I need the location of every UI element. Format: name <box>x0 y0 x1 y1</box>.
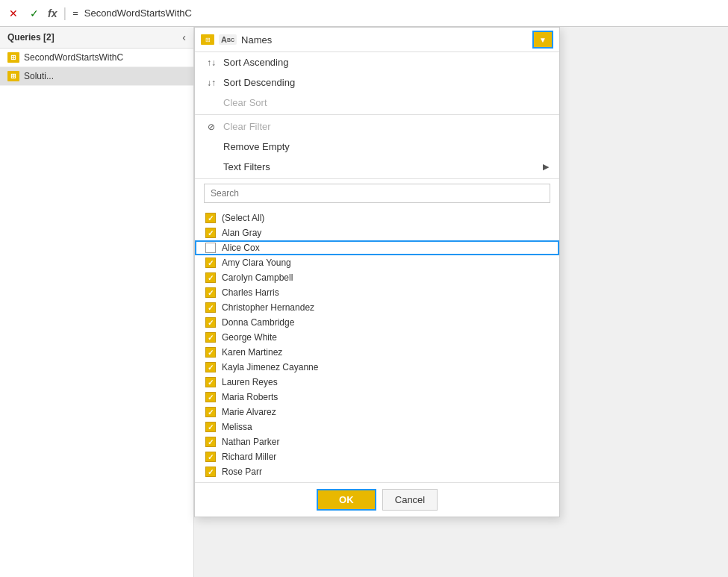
menu-sort-ascending[interactable]: ↑↓ Sort Ascending <box>195 52 559 72</box>
check-label-7: Donna Cambridge <box>222 317 294 328</box>
right-area: ⊞ ABC Names ▼ ↑↓ Sort Ascending ↓↑ Sort … <box>194 27 728 577</box>
column-header-name: Names <box>241 34 528 46</box>
check-item-4[interactable]: Carolyn Campbell <box>195 270 559 285</box>
checkbox-3[interactable] <box>205 258 216 268</box>
checkbox-4[interactable] <box>205 272 216 283</box>
check-item-9[interactable]: Karen Martinez <box>195 345 559 360</box>
menu-clear-sort: Clear Sort <box>195 93 559 113</box>
clear-filter-icon: ⊘ <box>205 122 217 132</box>
check-label-1: Alan Gray <box>222 228 261 238</box>
formula-equals: = <box>72 7 78 19</box>
check-item-16[interactable]: Richard Miller <box>195 449 559 464</box>
menu-remove-empty[interactable]: Remove Empty <box>195 137 559 157</box>
check-item-5[interactable]: Charles Harris <box>195 285 559 300</box>
check-item-15[interactable]: Nathan Parker <box>195 434 559 449</box>
query-item-1[interactable]: ⊞ SecondWordStartsWithC <box>0 49 193 67</box>
menu-divider-1 <box>195 114 559 115</box>
confirm-formula-icon[interactable]: ✓ <box>27 6 42 21</box>
text-filters-label: Text Filters <box>223 161 270 172</box>
checkbox-1[interactable] <box>205 228 216 238</box>
check-label-10: Kayla Jimenez Cayanne <box>222 362 318 372</box>
query-label-2: Soluti... <box>24 71 54 81</box>
query-label-1: SecondWordStartsWithC <box>24 52 123 63</box>
search-box[interactable] <box>204 184 550 203</box>
sort-descending-label: Sort Descending <box>223 77 295 88</box>
check-label-4: Carolyn Campbell <box>222 272 293 283</box>
checkbox-16[interactable] <box>205 452 216 462</box>
check-item-2[interactable]: Alice Cox <box>195 240 559 255</box>
clear-filter-label: Clear Filter <box>223 121 271 132</box>
check-item-1[interactable]: Alan Gray <box>195 225 559 240</box>
check-item-13[interactable]: Marie Alvarez <box>195 405 559 420</box>
clear-sort-label: Clear Sort <box>223 97 267 108</box>
main-layout: Queries [2] ‹ ⊞ SecondWordStartsWithC ⊞ … <box>0 27 728 577</box>
checkbox-0[interactable] <box>205 213 216 223</box>
checkbox-7[interactable] <box>205 317 216 328</box>
query-icon-1: ⊞ <box>7 52 19 63</box>
formula-bar: ✕ ✓ fx | = SecondWordStartsWithC <box>0 0 728 27</box>
check-item-12[interactable]: Maria Roberts <box>195 390 559 405</box>
text-filters-arrow: ▶ <box>543 162 549 172</box>
collapse-icon[interactable]: ‹ <box>182 31 186 43</box>
check-label-17: Rose Parr <box>222 467 262 477</box>
checkbox-12[interactable] <box>205 392 216 402</box>
checkbox-2[interactable] <box>205 243 216 253</box>
column-type-icon: ABC <box>219 34 237 45</box>
menu-text-filters[interactable]: Text Filters ▶ <box>195 157 559 177</box>
check-label-12: Maria Roberts <box>222 392 278 402</box>
query-item-2[interactable]: ⊞ Soluti... <box>0 67 193 86</box>
menu-clear-filter: ⊘ Clear Filter <box>195 116 559 137</box>
cancel-button[interactable]: Cancel <box>382 489 438 511</box>
checkbox-14[interactable] <box>205 422 216 432</box>
dropdown-overlay: ⊞ ABC Names ▼ ↑↓ Sort Ascending ↓↑ Sort … <box>194 27 560 517</box>
check-item-6[interactable]: Christopher Hernandez <box>195 300 559 315</box>
checkbox-8[interactable] <box>205 332 216 343</box>
check-label-0: (Select All) <box>222 213 264 223</box>
column-header-bar: ⊞ ABC Names ▼ <box>195 28 559 52</box>
menu-sort-descending[interactable]: ↓↑ Sort Descending <box>195 72 559 93</box>
column-grid-icon: ⊞ <box>201 34 214 45</box>
checkbox-13[interactable] <box>205 407 216 417</box>
checkbox-6[interactable] <box>205 302 216 313</box>
checkbox-10[interactable] <box>205 362 216 372</box>
check-item-3[interactable]: Amy Clara Young <box>195 255 559 270</box>
check-item-10[interactable]: Kayla Jimenez Cayanne <box>195 360 559 375</box>
check-label-3: Amy Clara Young <box>222 258 291 268</box>
search-input[interactable] <box>205 184 550 202</box>
queries-header: Queries [2] ‹ <box>0 27 193 49</box>
check-label-5: Charles Harris <box>222 287 279 298</box>
check-label-15: Nathan Parker <box>222 437 279 447</box>
queries-title: Queries [2] <box>7 32 55 43</box>
left-panel: Queries [2] ‹ ⊞ SecondWordStartsWithC ⊞ … <box>0 27 194 577</box>
fx-label: fx <box>48 7 57 19</box>
check-label-16: Richard Miller <box>222 452 276 462</box>
check-item-8[interactable]: George White <box>195 330 559 345</box>
query-icon-2: ⊞ <box>7 71 19 81</box>
formula-separator: | <box>63 5 66 21</box>
column-dropdown-button[interactable]: ▼ <box>532 31 553 49</box>
check-item-17[interactable]: Rose Parr <box>195 464 559 479</box>
check-label-9: Karen Martinez <box>222 347 282 358</box>
sort-descending-icon: ↓↑ <box>205 78 217 88</box>
remove-empty-label: Remove Empty <box>223 141 290 152</box>
check-label-8: George White <box>222 332 277 343</box>
check-item-7[interactable]: Donna Cambridge <box>195 315 559 330</box>
menu-divider-2 <box>195 178 559 179</box>
sort-ascending-label: Sort Ascending <box>223 57 288 68</box>
checkbox-9[interactable] <box>205 347 216 358</box>
dropdown-arrow-icon: ▼ <box>539 36 547 44</box>
check-item-0[interactable]: (Select All) <box>195 210 559 225</box>
check-item-11[interactable]: Lauren Reyes <box>195 375 559 390</box>
checkbox-11[interactable] <box>205 377 216 387</box>
check-item-14[interactable]: Melissa <box>195 420 559 434</box>
cancel-formula-icon[interactable]: ✕ <box>6 6 21 21</box>
checkbox-15[interactable] <box>205 437 216 447</box>
checklist[interactable]: (Select All)Alan GrayAlice CoxAmy Clara … <box>195 208 559 482</box>
check-label-11: Lauren Reyes <box>222 377 278 387</box>
checkbox-5[interactable] <box>205 287 216 298</box>
checkbox-17[interactable] <box>205 467 216 477</box>
formula-content[interactable]: SecondWordStartsWithC <box>84 7 722 19</box>
bottom-buttons: OK Cancel <box>195 482 559 517</box>
ok-button[interactable]: OK <box>317 489 376 511</box>
sort-ascending-icon: ↑↓ <box>205 57 217 68</box>
